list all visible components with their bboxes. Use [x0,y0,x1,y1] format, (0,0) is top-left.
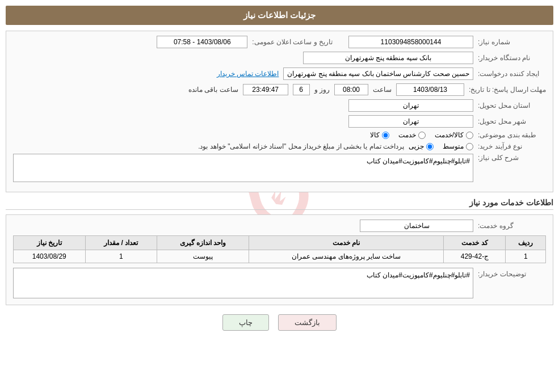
service-group-value: ساختمان [360,220,473,232]
creator-value: حسین صحت کارشناس ساختمان بانک سپه منطقه … [283,68,473,80]
send-days-label: روز و [314,86,330,94]
contact-link[interactable]: اطلاعات تماس خریدار [217,70,279,78]
need-number-value: 1103094858000144 [348,36,473,48]
table-cell-code: ج-42-429 [444,250,506,263]
buyer-station-label: نام دستگاه خریدار: [478,54,546,62]
send-deadline-label: مهلت ارسال پاسخ: تا تاریخ: [469,86,546,94]
col-row: ردیف [506,236,546,250]
buyer-desc-textarea[interactable]: #تابلو#چنلیوم#کامپوزیت#میدان کتاب [13,268,473,298]
process-radio-group: متوسط جزیی [409,142,473,150]
creator-label: ایجاد کننده درخواست: [478,70,546,78]
remaining-value: 23:49:47 [243,84,288,95]
process-option1-label: جزیی [409,142,424,150]
send-time-value: 08:00 [334,84,368,95]
col-unit: واحد اندازه گیری [157,236,249,250]
delivery-province-value: تهران [348,99,473,112]
send-date-value: 1403/08/13 [396,83,464,96]
delivery-city-label: شهر محل تحویل: [478,117,546,125]
payment-note: پرداخت تمام یا بخشی از مبلغ خریداز محل "… [13,142,404,150]
services-section-title: اطلاعات خدمات مورد نیاز [6,198,553,210]
send-days-value: 6 [293,84,310,95]
category-option-service[interactable]: خدمت [398,131,426,139]
category-option-goods-service[interactable]: کالا/خدمت [435,131,473,139]
category-option3-label: کالا/خدمت [435,131,464,139]
category-radio-goods[interactable] [382,132,389,139]
print-button[interactable]: چاپ [222,314,269,331]
table-cell-qty: 1 [85,250,157,263]
buyer-desc-label: توضیحات خریدار: [478,268,546,278]
table-cell-date: 1403/08/29 [14,250,86,263]
page-title: جزئیات اطلاعات نیاز [6,6,553,25]
need-number-label: شماره نیاز: [478,38,546,46]
category-radio-service[interactable] [418,132,426,139]
table-cell-unit: پیوست [157,250,249,263]
announcement-label: تاریخ و ساعت اعلان عمومی: [252,38,333,46]
need-description-label: شرح کلی نیاز: [478,154,546,162]
process-option-medium[interactable]: متوسط [443,142,473,150]
service-group-label: گروه خدمت: [478,222,546,230]
process-radio-medium[interactable] [466,143,473,150]
remaining-label: ساعت باقی مانده [188,86,238,94]
process-option-minor[interactable]: جزیی [409,142,434,150]
process-radio-minor[interactable] [426,143,434,150]
col-code: کد خدمت [444,236,506,250]
services-table: ردیف کد خدمت نام خدمت واحد اندازه گیری ت… [13,235,546,263]
table-cell-row: 1 [506,250,546,263]
process-label: نوع فرآیند خرید: [478,142,546,150]
table-cell-name: ساخت سایر پروژه‌های مهندسی عمران [249,250,444,263]
category-option1-label: کالا [370,131,380,139]
category-label: طبقه بندی موضوعی: [478,131,546,139]
col-date: تاریخ نیاز [14,236,86,250]
announcement-value: 1403/08/06 - 07:58 [157,36,247,48]
delivery-city-value: تهران [348,115,473,128]
back-button[interactable]: بازگشت [278,314,337,331]
send-time-label: ساعت [373,86,392,94]
col-qty: تعداد / مقدار [85,236,157,250]
category-option-goods[interactable]: کالا [370,131,389,139]
process-option2-label: متوسط [443,142,464,150]
category-radio-goods-service[interactable] [466,132,473,139]
category-option2-label: خدمت [398,131,416,139]
delivery-province-label: استان محل تحویل: [478,102,546,109]
need-description-textarea[interactable]: #تابلو#چنلیوم#کامپوزیت#میدان کتاب [13,154,473,182]
buyer-station-value: بانک سپه منطقه پنج شهرتهران [303,52,473,64]
buttons-row: بازگشت چاپ [6,314,553,331]
table-row: 1ج-42-429ساخت سایر پروژه‌های مهندسی عمرا… [14,250,546,263]
col-name: نام خدمت [249,236,444,250]
category-radio-group: کالا/خدمت خدمت کالا [370,131,473,139]
